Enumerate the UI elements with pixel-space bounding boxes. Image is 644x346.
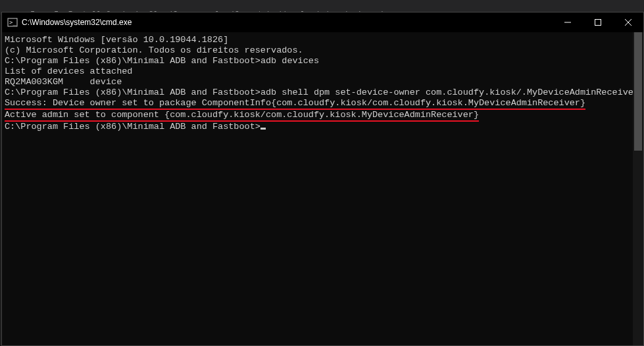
output-line-highlighted: Success: Device owner set to package Com… (5, 98, 643, 110)
window-controls (553, 12, 643, 32)
success-line: Success: Device owner set to package Com… (5, 98, 585, 110)
output-line: RQ2MA003KGM device (5, 77, 643, 87)
svg-text:>_: >_ (9, 19, 16, 26)
terminal-output[interactable]: Microsoft Windows [versão 10.0.19044.182… (2, 32, 643, 345)
output-line: List of devices attached (5, 66, 643, 77)
output-line: C:\Program Files (x86)\Minimal ADB and F… (5, 56, 643, 66)
prompt: C:\Program Files (x86)\Minimal ADB and F… (5, 87, 260, 97)
output-line-highlighted: Active admin set to component {com.cloud… (5, 110, 643, 122)
window-title: C:\Windows\system32\cmd.exe (22, 18, 132, 27)
output-line: C:\Program Files (x86)\Minimal ADB and F… (5, 122, 643, 132)
output-line: (c) Microsoft Corporation. Todos os dire… (5, 45, 643, 56)
prompt: C:\Program Files (x86)\Minimal ADB and F… (5, 122, 260, 132)
cmd-icon: >_ (7, 17, 18, 28)
output-line: Microsoft Windows [versão 10.0.19044.182… (5, 35, 643, 45)
command-text: adb shell dpm set-device-owner com.cloud… (260, 87, 639, 97)
minimize-button[interactable] (553, 12, 583, 32)
vertical-scrollbar[interactable] (633, 32, 643, 345)
cursor (260, 128, 266, 130)
cmd-window: >_ C:\Windows\system32\cmd.exe Microsoft… (1, 12, 644, 346)
close-button[interactable] (613, 12, 643, 32)
output-line: C:\Program Files (x86)\Minimal ADB and F… (5, 87, 643, 98)
svg-rect-3 (595, 20, 601, 26)
maximize-button[interactable] (583, 12, 613, 32)
command-text: adb devices (260, 56, 319, 66)
prompt: C:\Program Files (x86)\Minimal ADB and F… (5, 56, 260, 66)
titlebar[interactable]: >_ C:\Windows\system32\cmd.exe (2, 12, 643, 32)
scrollbar-thumb[interactable] (634, 32, 642, 151)
active-admin-line: Active admin set to component {com.cloud… (5, 110, 479, 122)
